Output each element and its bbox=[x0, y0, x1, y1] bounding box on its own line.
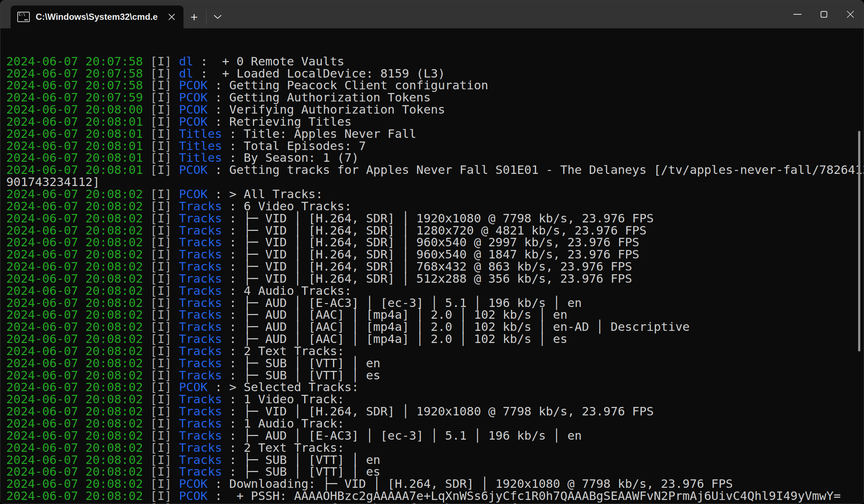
plus-icon: + bbox=[190, 10, 198, 24]
log-line: 2024-06-07 20:08:02 [I] Tracks : ├─ SUB … bbox=[6, 454, 864, 466]
log-line: 2024-06-07 20:08:02 [I] Tracks : ├─ VID … bbox=[6, 225, 864, 237]
log-line: 2024-06-07 20:07:58 [I] dl : + 0 Remote … bbox=[6, 56, 864, 68]
minimize-icon bbox=[793, 14, 801, 15]
log-line: 2024-06-07 20:07:59 [I] PCOK : Getting A… bbox=[6, 92, 864, 104]
chevron-down-icon bbox=[214, 14, 222, 19]
log-line: 2024-06-07 20:08:01 [I] Titles : Title: … bbox=[6, 128, 864, 140]
log-line: 2024-06-07 20:08:01 [I] PCOK : Retrievin… bbox=[6, 116, 864, 128]
log-line: 2024-06-07 20:08:02 [I] Tracks : ├─ VID … bbox=[6, 249, 864, 261]
log-line: 2024-06-07 20:08:02 [I] Tracks : 1 Video… bbox=[6, 393, 864, 405]
log-line: 2024-06-07 20:08:02 [I] Tracks : 4 Audio… bbox=[6, 285, 864, 297]
maximize-button[interactable] bbox=[811, 0, 837, 28]
tab-title: C:\Windows\System32\cmd.e bbox=[36, 12, 164, 22]
log-line: 2024-06-07 20:08:02 [I] Tracks : ├─ VID … bbox=[6, 273, 864, 285]
close-button[interactable] bbox=[837, 0, 864, 28]
close-icon bbox=[847, 11, 854, 18]
log-line: 2024-06-07 20:08:01 [I] Titles : By Seas… bbox=[6, 152, 864, 164]
log-line: 2024-06-07 20:08:01 [I] PCOK : Getting t… bbox=[6, 164, 864, 176]
log-lines: 2024-06-07 20:07:58 [I] dl : + 0 Remote … bbox=[6, 56, 864, 504]
log-line: 2024-06-07 20:08:02 [I] Tracks : ├─ AUD … bbox=[6, 430, 864, 442]
log-line: 901743234112] bbox=[6, 176, 864, 188]
tab-close-button[interactable] bbox=[164, 10, 179, 24]
log-line: 2024-06-07 20:07:58 [I] dl : + Loaded Lo… bbox=[6, 68, 864, 80]
log-line: 2024-06-07 20:08:02 [I] PCOK : > Selecte… bbox=[6, 381, 864, 393]
log-line: 2024-06-07 20:08:01 [I] Titles : Total E… bbox=[6, 140, 864, 152]
titlebar-separator bbox=[206, 9, 207, 25]
close-icon bbox=[168, 14, 175, 20]
cmd-icon: C:\ bbox=[17, 12, 30, 22]
tab-cmd[interactable]: C:\ C:\Windows\System32\cmd.e bbox=[11, 6, 183, 28]
tab-dropdown-button[interactable] bbox=[208, 6, 227, 28]
terminal-content[interactable]: 2024-06-07 20:07:58 [I] dl : + 0 Remote … bbox=[0, 28, 864, 504]
scrollbar-thumb[interactable] bbox=[858, 131, 860, 351]
log-line: 2024-06-07 20:08:02 [I] Tracks : ├─ VID … bbox=[6, 405, 864, 418]
log-line: 2024-06-07 20:08:02 [I] Tracks : 1 Audio… bbox=[6, 418, 864, 430]
log-line: 2024-06-07 20:08:02 [I] Tracks : ├─ AUD … bbox=[6, 309, 864, 321]
new-tab-button[interactable]: + bbox=[183, 6, 205, 28]
log-line: 2024-06-07 20:08:02 [I] Tracks : ├─ AUD … bbox=[6, 333, 864, 345]
log-line: 2024-06-07 20:08:02 [I] Tracks : 2 Text … bbox=[6, 345, 864, 357]
window-controls bbox=[784, 0, 864, 28]
log-line: 2024-06-07 20:08:02 [I] Tracks : ├─ SUB … bbox=[6, 369, 864, 382]
log-line: 2024-06-07 20:08:00 [I] PCOK : Verifying… bbox=[6, 104, 864, 116]
maximize-icon bbox=[821, 11, 827, 18]
log-line: 2024-06-07 20:08:02 [I] Tracks : ├─ VID … bbox=[6, 236, 864, 249]
log-line: 2024-06-07 20:08:02 [I] PCOK : Downloadi… bbox=[6, 478, 864, 490]
log-line: 2024-06-07 20:08:02 [I] Tracks : 2 Text … bbox=[6, 442, 864, 454]
terminal-window: C:\ C:\Windows\System32\cmd.e + bbox=[0, 0, 864, 504]
log-line: 2024-06-07 20:08:02 [I] Tracks : 6 Video… bbox=[6, 200, 864, 212]
titlebar[interactable]: C:\ C:\Windows\System32\cmd.e + bbox=[0, 0, 864, 28]
log-line: 2024-06-07 20:07:58 [I] PCOK : Getting P… bbox=[6, 79, 864, 92]
log-line: 2024-06-07 20:08:02 [I] Tracks : ├─ VID … bbox=[6, 261, 864, 273]
log-line: 2024-06-07 20:08:02 [I] PCOK : + PSSH: A… bbox=[6, 490, 864, 502]
log-line: 2024-06-07 20:08:02 [I] Tracks : ├─ SUB … bbox=[6, 466, 864, 478]
log-line: 2024-06-07 20:08:02 [I] Tracks : ├─ AUD … bbox=[6, 321, 864, 333]
minimize-button[interactable] bbox=[784, 0, 811, 28]
log-line: 2024-06-07 20:08:02 [I] Tracks : ├─ VID … bbox=[6, 212, 864, 225]
log-line: 2024-06-07 20:08:02 [I] PCOK : > All Tra… bbox=[6, 188, 864, 200]
log-line: 2024-06-07 20:08:02 [I] Tracks : ├─ SUB … bbox=[6, 357, 864, 369]
log-line: 2024-06-07 20:08:02 [I] Tracks : ├─ AUD … bbox=[6, 297, 864, 309]
